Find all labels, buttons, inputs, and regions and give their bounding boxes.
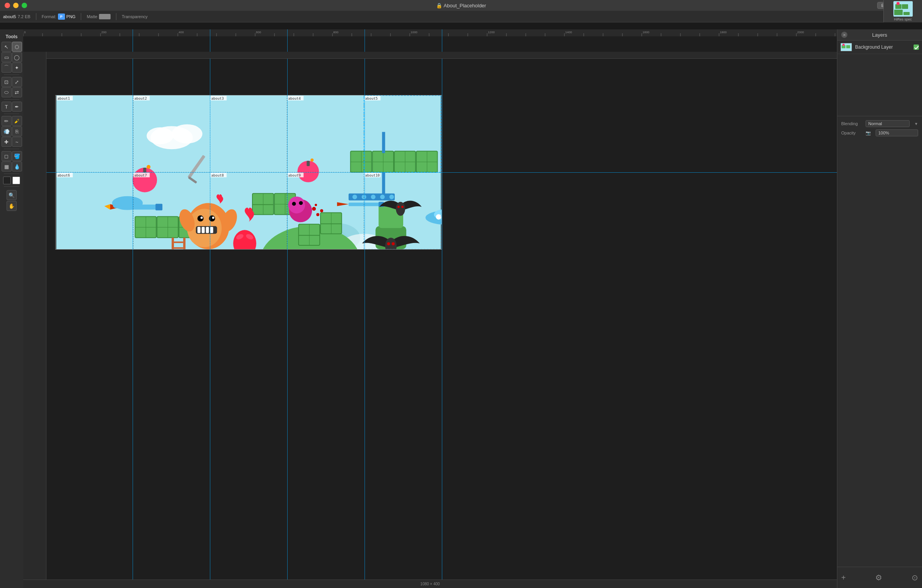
- svg-text:800: 800: [333, 31, 339, 34]
- crop-tool[interactable]: ⊡: [2, 77, 12, 87]
- text-tool[interactable]: T: [2, 102, 12, 112]
- flip-tool[interactable]: ⇄: [12, 87, 22, 97]
- svg-text:400: 400: [179, 31, 184, 34]
- svg-text:about1: about1: [57, 97, 70, 100]
- svg-point-90: [288, 197, 305, 214]
- layer-thumbnail: [840, 43, 852, 51]
- bg-color-swatch[interactable]: [12, 177, 20, 184]
- fg-color-swatch[interactable]: [3, 177, 11, 184]
- layer-settings-button[interactable]: ⚙: [875, 573, 882, 582]
- matte-label: Matte: [87, 14, 97, 19]
- svg-point-9: [172, 124, 203, 144]
- svg-rect-78: [202, 227, 205, 233]
- close-button[interactable]: [5, 3, 10, 8]
- svg-point-95: [315, 204, 317, 206]
- svg-rect-6: [46, 52, 837, 59]
- svg-text:1800: 1800: [720, 31, 727, 34]
- perspective-tool[interactable]: ⬭: [2, 87, 12, 97]
- layer-name: Background Layer: [855, 44, 910, 50]
- gradient-tool[interactable]: ▦: [2, 161, 12, 172]
- svg-text:1400: 1400: [565, 31, 572, 34]
- ruler-h-svg: // Render ticks via JS after DOM 0200400…: [23, 29, 837, 36]
- svg-rect-87: [307, 161, 310, 166]
- svg-point-35: [380, 195, 385, 199]
- delete-layer-button[interactable]: ⊙: [912, 573, 918, 582]
- svg-rect-66: [155, 204, 162, 211]
- hires-icon: [893, 1, 913, 17]
- airbrush-tool[interactable]: 💨: [2, 126, 12, 136]
- svg-text:about3: about3: [211, 97, 223, 100]
- tools-panel: Tools ↖ ⬡ ▭ ◯ ⌒ ✦ ⊡ ⤢ ⬭ ⇄ T ✒ ✏ �: [0, 29, 23, 588]
- svg-point-100: [396, 202, 405, 216]
- traffic-lights: [5, 3, 27, 8]
- layers-close-button[interactable]: ✕: [841, 32, 847, 38]
- matte-box[interactable]: [99, 14, 111, 19]
- guide-h1: [23, 172, 837, 173]
- magic-wand-tool[interactable]: ✦: [12, 63, 22, 73]
- svg-rect-213: [846, 45, 850, 48]
- svg-text:2000: 2000: [797, 31, 804, 34]
- maximize-button[interactable]: [22, 3, 27, 8]
- svg-rect-5: [903, 12, 910, 15]
- transform-tool[interactable]: ⤢: [12, 77, 22, 87]
- ellipse-select-tool[interactable]: ◯: [12, 52, 22, 62]
- svg-rect-53: [183, 238, 186, 250]
- dimensions: 7.2 EB: [18, 14, 31, 19]
- eraser-tool[interactable]: ◻: [2, 151, 12, 161]
- svg-point-94: [316, 213, 319, 216]
- guide-v4: [365, 29, 365, 588]
- svg-text:1000: 1000: [411, 31, 418, 34]
- lasso-tool[interactable]: ⌒: [2, 63, 12, 73]
- svg-text:about7: about7: [134, 173, 147, 177]
- format-value: PNG: [66, 14, 76, 19]
- blending-label: Blending: [841, 121, 862, 126]
- bucket-tool[interactable]: 🪣: [12, 151, 22, 161]
- svg-point-88: [310, 158, 314, 161]
- add-layer-button[interactable]: +: [841, 573, 846, 582]
- svg-text:0: 0: [24, 31, 26, 34]
- window-title: 🔒About_Placeholder: [436, 3, 486, 8]
- svg-text:600: 600: [256, 31, 261, 34]
- svg-text:about4: about4: [288, 97, 300, 100]
- svg-point-10: [147, 127, 174, 144]
- svg-point-92: [299, 201, 303, 205]
- svg-point-72: [198, 215, 204, 221]
- svg-point-93: [312, 207, 316, 211]
- layer-item-background[interactable]: Background Layer: [837, 41, 922, 54]
- pencil-tool[interactable]: ✏: [2, 116, 12, 126]
- hand-tool[interactable]: ✋: [7, 201, 17, 211]
- blending-value[interactable]: Normal: [866, 120, 910, 127]
- clone-tool[interactable]: ⎘: [12, 126, 22, 136]
- svg-point-96: [320, 209, 323, 212]
- status-text: 1080 × 400: [420, 582, 440, 586]
- svg-point-105: [392, 242, 395, 245]
- brush-tool[interactable]: 🖌: [12, 116, 22, 126]
- svg-rect-2: [902, 4, 908, 9]
- tools-title: Tools: [5, 32, 17, 41]
- svg-rect-156: [23, 29, 837, 36]
- heal-tool[interactable]: ✚: [2, 137, 12, 147]
- eyedropper-tool[interactable]: 💧: [12, 161, 22, 172]
- smudge-tool[interactable]: ~: [12, 137, 22, 147]
- select-tool[interactable]: ⬡: [12, 42, 22, 52]
- layer-visibility-checkbox[interactable]: [913, 44, 919, 50]
- minimize-button[interactable]: [13, 3, 19, 8]
- zoom-tool[interactable]: 🔍: [7, 190, 17, 200]
- svg-text:1600: 1600: [643, 31, 649, 34]
- rect-select-tool[interactable]: ▭: [2, 52, 12, 62]
- svg-point-36: [389, 195, 394, 199]
- opacity-value[interactable]: 100%: [876, 129, 918, 136]
- guide-v1: [133, 29, 133, 588]
- svg-rect-55: [174, 247, 183, 249]
- svg-point-101: [397, 206, 400, 208]
- path-tool[interactable]: ✒: [12, 102, 22, 112]
- canvas-area[interactable]: /* ruler ticks rendered below */: [23, 29, 837, 588]
- ruler-horizontal: /* ruler ticks rendered below */: [46, 52, 837, 59]
- svg-point-118: [436, 214, 441, 219]
- svg-point-3: [896, 2, 900, 5]
- move-tool[interactable]: ↖: [2, 42, 12, 52]
- layers-panel: ✕ Layers Background Layer Blending Norma…: [837, 29, 922, 588]
- svg-text:200: 200: [101, 31, 107, 34]
- hires-panel[interactable]: HiRes spec: [883, 0, 922, 22]
- guide-v2: [210, 29, 210, 588]
